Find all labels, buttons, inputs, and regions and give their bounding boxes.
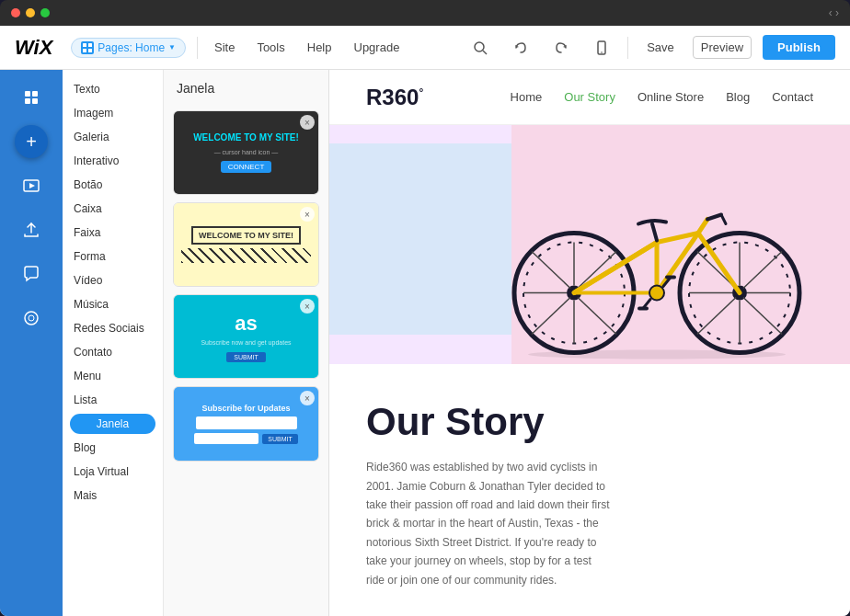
search-button[interactable] (465, 33, 495, 63)
widget-yellow-title: WELCOME TO MY SITE! (191, 226, 301, 245)
preview-button[interactable]: Preview (693, 36, 752, 59)
svg-point-15 (29, 315, 34, 321)
site-nav-our-story[interactable]: Our Story (564, 90, 615, 104)
chat-icon (21, 264, 41, 284)
elements-panel: Texto Imagem Galeria Interativo Botão Ca… (63, 70, 164, 616)
site-nav-online-store[interactable]: Online Store (638, 90, 704, 104)
svg-rect-11 (32, 98, 38, 104)
bike-container (473, 130, 822, 364)
topbar-divider-2 (627, 37, 628, 59)
svg-line-48 (652, 224, 657, 241)
svg-line-47 (721, 215, 726, 224)
widget-subscribe-content: Subscribe for Updates SUBMIT (174, 387, 318, 461)
widget-subscribe-row: SUBMIT (194, 433, 297, 444)
mac-close-dot[interactable] (11, 8, 20, 17)
widget-card-1-close[interactable]: × (300, 115, 315, 130)
story-title: Our Story (366, 401, 612, 443)
comments-icon (21, 308, 41, 328)
element-video[interactable]: Vídeo (63, 268, 163, 292)
site-nav-blog[interactable]: Blog (726, 90, 750, 104)
site-logo: R360° (366, 85, 423, 110)
topbar-nav-site[interactable]: Site (209, 37, 240, 58)
widget-card-subscribe[interactable]: Subscribe for Updates SUBMIT × (173, 386, 319, 462)
mac-nav-arrows[interactable]: ‹ › (829, 6, 839, 19)
widget-dark-title: WELCOME TO MY SITE! (193, 132, 299, 143)
pages-dropdown[interactable]: Pages: Home ▼ (71, 38, 186, 58)
site-canvas[interactable]: R360° Home Our Story Online Store Blog C… (329, 70, 850, 616)
app-wrapper: WiX Pages: Home ▼ Site Tools Help Upgrad… (0, 26, 850, 616)
topbar-divider-1 (197, 37, 198, 59)
site-nav: R360° Home Our Story Online Store Blog C… (329, 70, 850, 125)
svg-rect-9 (32, 91, 38, 97)
story-left: Our Story Ride360 was established by two… (366, 401, 612, 589)
widget-card-3-close[interactable]: × (300, 299, 315, 314)
redo-button[interactable] (546, 33, 576, 63)
element-forma[interactable]: Forma (63, 245, 163, 268)
left-sidebar: + (0, 70, 63, 616)
sidebar-item-comments[interactable] (7, 298, 55, 338)
add-element-button[interactable]: + (15, 125, 48, 158)
svg-line-5 (483, 51, 487, 54)
mac-titlebar: ‹ › (0, 0, 850, 26)
widget-subscribe-input (196, 416, 297, 429)
widget-dark-content: WELCOME TO MY SITE! — cursor hand icon —… (174, 111, 318, 194)
mac-minimize-dot[interactable] (26, 8, 35, 17)
element-imagem[interactable]: Imagem (63, 101, 163, 125)
svg-line-45 (698, 220, 707, 234)
undo-button[interactable] (506, 33, 535, 63)
mobile-view-button[interactable] (587, 33, 616, 63)
widget-card-4-close[interactable]: × (300, 391, 315, 405)
element-musica[interactable]: Música (63, 292, 163, 316)
element-janela[interactable]: Janela (70, 414, 155, 434)
site-nav-home[interactable]: Home (511, 90, 543, 104)
wix-topbar: WiX Pages: Home ▼ Site Tools Help Upgrad… (0, 26, 850, 70)
sidebar-item-upload[interactable] (7, 210, 55, 250)
widget-card-2-close[interactable]: × (300, 207, 315, 222)
element-texto[interactable]: Texto (63, 77, 163, 101)
element-caixa[interactable]: Caixa (63, 197, 163, 221)
element-faixa[interactable]: Faixa (63, 221, 163, 245)
element-menu[interactable]: Menu (63, 364, 163, 388)
element-interativo[interactable]: Interativo (63, 149, 163, 173)
widget-yellow-stripes (181, 248, 311, 263)
topbar-nav-upgrade[interactable]: Upgrade (349, 37, 406, 58)
element-redes-sociais[interactable]: Redes Sociais (63, 316, 163, 340)
site-nav-contact[interactable]: Contact (772, 90, 813, 104)
pages-chevron-icon: ▼ (168, 43, 176, 51)
widget-card-dark[interactable]: WELCOME TO MY SITE! — cursor hand icon —… (173, 110, 319, 195)
site-nav-links: Home Our Story Online Store Blog Contact (511, 90, 813, 104)
element-lista[interactable]: Lista (63, 388, 163, 412)
svg-line-36 (743, 252, 782, 289)
element-loja-virtual[interactable]: Loja Virtual (63, 460, 163, 484)
svg-rect-2 (83, 49, 86, 52)
topbar-nav-help[interactable]: Help (302, 37, 338, 58)
widget-cyan-btn[interactable]: SUBMIT (226, 352, 265, 362)
widget-card-yellow[interactable]: WELCOME TO MY SITE! × (173, 202, 319, 287)
element-blog[interactable]: Blog (63, 436, 163, 460)
sidebar-item-media[interactable] (7, 165, 55, 206)
svg-marker-13 (29, 183, 35, 188)
widget-dark-btn[interactable]: CONNECT (221, 161, 272, 173)
sidebar-item-chat[interactable] (7, 254, 55, 294)
element-contato[interactable]: Contato (63, 340, 163, 364)
bike-illustration (473, 130, 822, 364)
sidebar-item-pages[interactable] (7, 77, 55, 118)
svg-rect-1 (88, 43, 92, 47)
widget-subscribe-btn[interactable]: SUBMIT (262, 434, 297, 444)
site-hero (329, 125, 850, 364)
mac-maximize-dot[interactable] (40, 8, 50, 17)
svg-point-7 (601, 51, 603, 53)
pages-nav-icon (21, 87, 41, 108)
element-galeria[interactable]: Galeria (63, 125, 163, 149)
widget-card-cyan[interactable]: as Subscribe now and get updates SUBMIT … (173, 294, 319, 379)
widget-yellow-content: WELCOME TO MY SITE! (174, 203, 318, 286)
element-botao[interactable]: Botão (63, 173, 163, 197)
topbar-nav-tools[interactable]: Tools (251, 37, 290, 58)
svg-point-14 (25, 312, 38, 325)
main-content: + (0, 70, 850, 616)
svg-rect-0 (83, 43, 86, 47)
pages-icon (81, 41, 94, 54)
save-button[interactable]: Save (639, 37, 682, 58)
element-mais[interactable]: Mais (63, 484, 163, 508)
publish-button[interactable]: Publish (763, 35, 835, 60)
